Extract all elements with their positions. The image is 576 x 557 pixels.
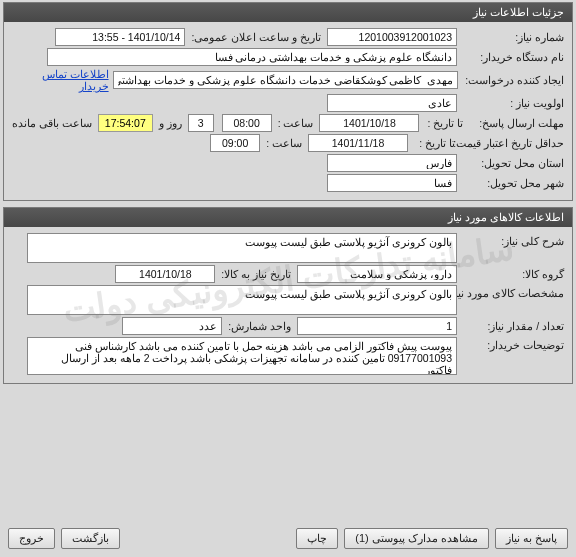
price-validity-label: حداقل تاریخ اعتبار قیمت: — [461, 135, 566, 152]
time-label-1: ساعت : — [276, 115, 316, 131]
answer-deadline-label: مهلت ارسال پاسخ: — [469, 115, 566, 131]
answer-need-button[interactable]: پاسخ به نیاز — [495, 528, 568, 549]
qty-field[interactable] — [297, 317, 457, 335]
price-validity-time-field[interactable] — [210, 134, 260, 152]
view-attachments-button[interactable]: مشاهده مدارک پیوستی (1) — [344, 528, 489, 549]
back-button[interactable]: بازگشت — [61, 528, 120, 549]
need-no-field[interactable] — [327, 28, 457, 46]
announce-label: تاریخ و ساعت اعلان عمومی: — [189, 29, 323, 45]
need-date-field[interactable] — [115, 265, 215, 283]
announce-field[interactable] — [55, 28, 185, 46]
priority-label: اولویت نیاز : — [461, 95, 566, 111]
buyer-contact-link[interactable]: اطلاعات تماس خریدار — [10, 68, 109, 92]
group-label: گروه کالا: — [461, 266, 566, 282]
need-no-label: شماره نیاز: — [461, 29, 566, 45]
buyer-notes-field[interactable] — [27, 337, 457, 375]
requester-field[interactable] — [113, 71, 459, 89]
need-details-header: جزئیات اطلاعات نیاز — [4, 3, 572, 22]
goods-info-header: اطلاعات کالاهای مورد نیاز — [4, 208, 572, 227]
province-label: استان محل تحویل: — [461, 155, 566, 171]
requester-label: ایجاد کننده درخواست: — [462, 72, 566, 88]
time-remaining-box: 17:54:07 — [98, 114, 153, 132]
province-field[interactable] — [327, 154, 457, 172]
until-label-2: تا تاریخ : — [412, 135, 457, 151]
answer-time-field[interactable] — [222, 114, 272, 132]
exit-button[interactable]: خروج — [8, 528, 55, 549]
summary-field[interactable] — [27, 233, 457, 263]
time-label-2: ساعت : — [264, 135, 304, 151]
group-field[interactable] — [297, 265, 457, 283]
city-field[interactable] — [327, 174, 457, 192]
buyer-org-field[interactable] — [47, 48, 457, 66]
footer-bar: پاسخ به نیاز مشاهده مدارک پیوستی (1) چاپ… — [0, 524, 576, 553]
unit-field[interactable] — [122, 317, 222, 335]
city-label: شهر محل تحویل: — [461, 175, 566, 191]
goods-info-panel: اطلاعات کالاهای مورد نیاز شرح کلی نیاز: … — [3, 207, 573, 384]
buyer-org-label: نام دستگاه خریدار: — [461, 49, 566, 65]
days-label: روز و — [157, 115, 184, 131]
days-remaining-field — [188, 114, 214, 132]
until-label-1: تا تاریخ : — [423, 115, 465, 131]
buyer-notes-label: توضیحات خریدار: — [461, 337, 566, 353]
need-date-label: تاریخ نیاز به کالا: — [219, 266, 293, 282]
priority-field[interactable] — [327, 94, 457, 112]
need-details-panel: جزئیات اطلاعات نیاز شماره نیاز: تاریخ و … — [3, 2, 573, 201]
qty-label: تعداد / مقدار نیاز: — [461, 318, 566, 334]
spec-label: مشخصات کالای مورد نیاز: — [461, 285, 566, 301]
answer-date-field[interactable] — [319, 114, 419, 132]
unit-label: واحد شمارش: — [226, 318, 293, 334]
summary-label: شرح کلی نیاز: — [461, 233, 566, 249]
print-button[interactable]: چاپ — [296, 528, 338, 549]
remaining-label: ساعت باقی مانده — [10, 115, 94, 131]
price-validity-date-field[interactable] — [308, 134, 408, 152]
spec-field[interactable] — [27, 285, 457, 315]
